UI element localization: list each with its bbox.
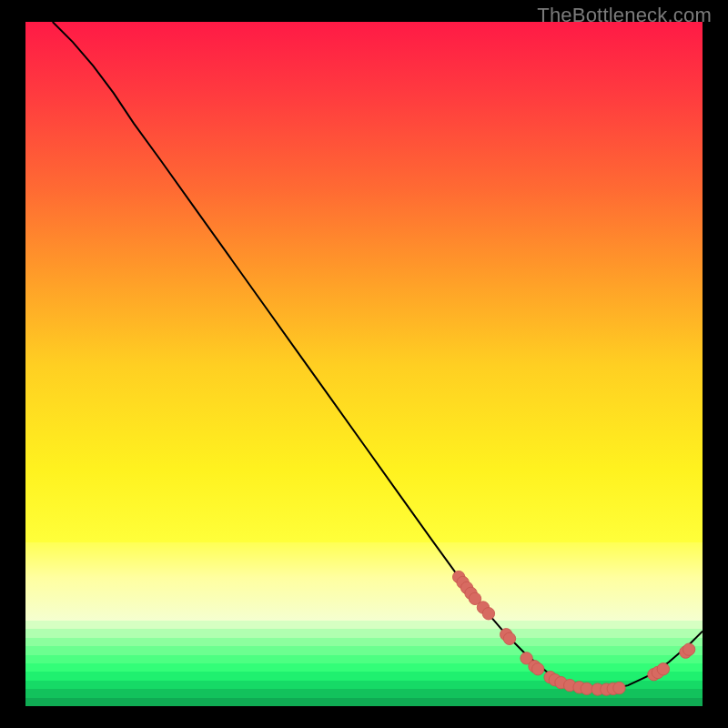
- data-marker: [482, 608, 494, 620]
- data-marker: [581, 682, 592, 694]
- data-marker: [532, 663, 544, 675]
- data-marker: [657, 663, 669, 675]
- watermark-text: TheBottleneck.com: [537, 4, 712, 27]
- chart-svg: [25, 22, 703, 699]
- data-marker: [613, 682, 625, 693]
- chart-frame: TheBottleneck.com: [0, 0, 728, 728]
- green-band: [25, 698, 703, 706]
- plot-area: [25, 22, 703, 706]
- data-marker: [682, 643, 694, 655]
- data-marker: [503, 632, 515, 644]
- bottleneck-curve: [53, 22, 703, 690]
